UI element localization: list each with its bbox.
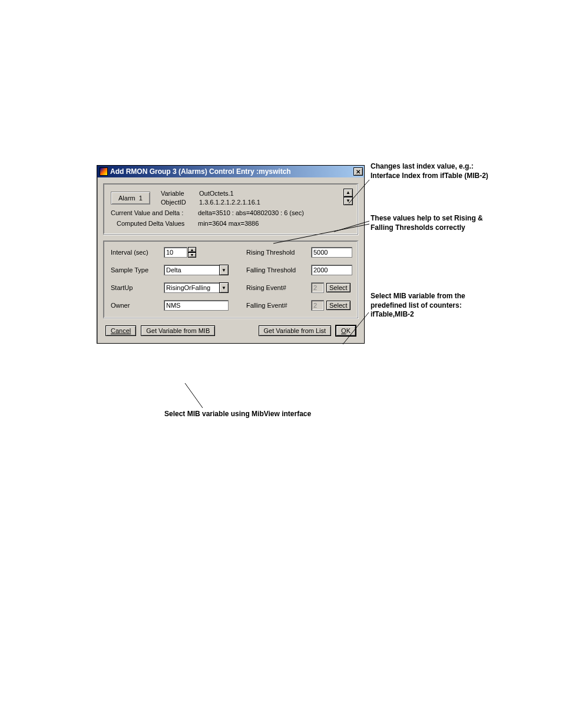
alarm-value: 1: [139, 195, 143, 202]
objectid-label: ObjectID: [161, 199, 193, 206]
index-up-button[interactable]: ▲: [343, 189, 353, 197]
alarm-label: Alarm: [118, 195, 135, 202]
button-row: Cancel Get Variable from MIB Get Variabl…: [103, 324, 358, 336]
chevron-down-icon[interactable]: ▼: [219, 265, 229, 275]
svg-line-4: [185, 383, 203, 408]
falling-threshold-label: Falling Threshold: [246, 266, 311, 274]
current-value-delta-label: Current Value and Delta :: [111, 209, 198, 216]
chevron-down-icon[interactable]: ▼: [219, 282, 229, 293]
annotation-thresholds: These values help to set Rising & Fallin…: [371, 214, 494, 232]
interval-label: Interval (sec): [111, 249, 164, 256]
get-variable-from-mib-button[interactable]: Get Variable from MIB: [141, 325, 215, 336]
app-icon: [100, 167, 108, 176]
cancel-button[interactable]: Cancel: [105, 325, 136, 336]
variable-label: Variable: [161, 190, 193, 197]
startup-input[interactable]: [164, 282, 219, 293]
interval-up-button[interactable]: ▲: [188, 247, 196, 252]
get-variable-from-list-button[interactable]: Get Variable from List: [259, 325, 332, 336]
dialog-window: Add RMON Group 3 (Alarms) Control Entry …: [97, 165, 365, 344]
objectid-value: 1.3.6.1.2.1.2.2.1.16.1: [199, 199, 260, 206]
computed-delta-value: min=3604 max=3886: [198, 220, 259, 227]
variable-value: OutOctets.1: [199, 190, 234, 197]
titlebar: Add RMON Group 3 (Alarms) Control Entry …: [97, 166, 364, 177]
falling-threshold-input[interactable]: [311, 265, 352, 275]
annotation-mibview: Select MIB variable using MibView interf…: [164, 410, 318, 419]
sample-type-combo[interactable]: ▼: [164, 265, 229, 275]
fields-panel: Interval (sec) ▲ ▼ Rising Threshold Samp…: [103, 241, 358, 318]
annotation-index: Changes last index value, e.g.: Interfac…: [371, 162, 488, 180]
index-down-button[interactable]: ▼: [343, 197, 353, 205]
interval-spinner: ▲ ▼: [164, 247, 229, 258]
current-value-delta-value: delta=3510 : abs=40802030 : 6 (sec): [198, 209, 304, 216]
rising-event-select-button[interactable]: Select: [326, 283, 351, 292]
alarm-box: Alarm 1: [111, 192, 150, 205]
interval-down-button[interactable]: ▼: [188, 252, 196, 258]
computed-delta-label: Computed Delta Values: [111, 220, 198, 227]
index-spinner: ▲ ▼: [343, 189, 353, 205]
startup-label: StartUp: [111, 284, 164, 291]
ok-button[interactable]: OK: [336, 325, 356, 336]
owner-input[interactable]: [164, 300, 229, 311]
close-icon: ✕: [356, 169, 361, 175]
client-area: ▲ ▼ Alarm 1 Variable OutOctets.1: [97, 177, 364, 343]
info-panel: ▲ ▼ Alarm 1 Variable OutOctets.1: [103, 183, 358, 235]
window-title: Add RMON Group 3 (Alarms) Control Entry …: [110, 167, 353, 176]
rising-threshold-input[interactable]: [311, 247, 352, 258]
rising-threshold-label: Rising Threshold: [246, 249, 311, 256]
rising-event-label: Rising Event#: [246, 284, 311, 291]
stage: Add RMON Group 3 (Alarms) Control Entry …: [97, 165, 550, 344]
startup-combo[interactable]: ▼: [164, 282, 229, 293]
rising-event-input: [311, 282, 324, 293]
sample-type-input[interactable]: [164, 265, 219, 275]
close-button[interactable]: ✕: [353, 167, 363, 176]
owner-label: Owner: [111, 302, 164, 309]
falling-event-label: Falling Event#: [246, 302, 311, 309]
annotation-list: Select MIB variable from the predefined …: [371, 292, 494, 319]
sample-type-label: Sample Type: [111, 266, 164, 274]
falling-event-select-button[interactable]: Select: [326, 301, 351, 310]
interval-input[interactable]: [164, 247, 187, 258]
falling-event-input: [311, 300, 324, 311]
